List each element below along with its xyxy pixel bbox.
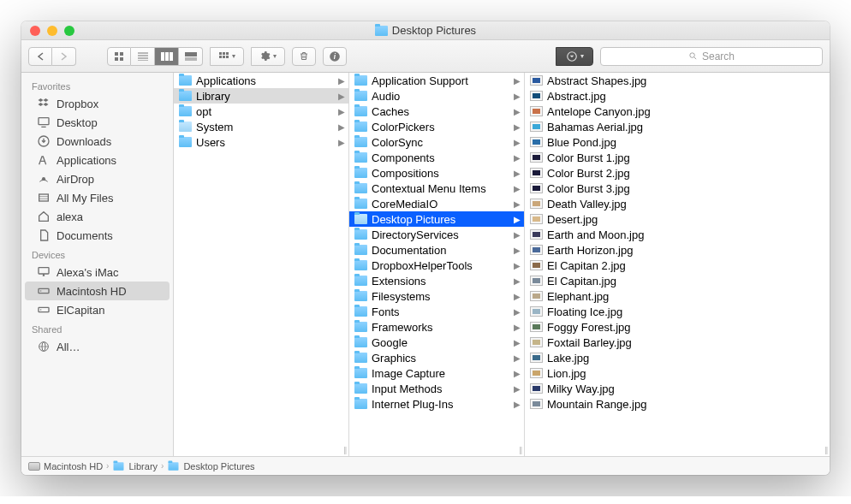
file-row[interactable]: ColorPickers▶ bbox=[349, 119, 524, 134]
get-info-button[interactable]: i bbox=[323, 47, 347, 66]
file-row[interactable]: Desktop Pictures▶ bbox=[349, 211, 524, 227]
icon-view-button[interactable] bbox=[107, 47, 131, 66]
file-row[interactable]: Antelope Canyon.jpg bbox=[525, 104, 830, 119]
file-row[interactable]: opt▶ bbox=[174, 104, 348, 119]
file-row[interactable]: DirectoryServices▶ bbox=[349, 227, 524, 242]
file-row[interactable]: CoreMediaIO▶ bbox=[349, 196, 524, 211]
file-row[interactable]: Mountain Range.jpg bbox=[525, 396, 830, 412]
column: Application Support▶Audio▶Caches▶ColorPi… bbox=[349, 73, 525, 456]
file-row[interactable]: Internet Plug-Ins▶ bbox=[349, 396, 524, 412]
column-resize-handle[interactable]: ‖ bbox=[824, 446, 828, 454]
folder-icon bbox=[354, 168, 367, 178]
svg-rect-0 bbox=[115, 52, 118, 56]
file-row[interactable]: Earth and Moon.jpg bbox=[525, 227, 830, 242]
sidebar-item[interactable]: All My Files bbox=[21, 188, 173, 207]
sidebar-item[interactable]: AirDrop bbox=[21, 169, 173, 188]
folder-icon bbox=[354, 399, 367, 409]
column-resize-handle[interactable]: ‖ bbox=[343, 446, 347, 454]
close-window-button[interactable] bbox=[30, 26, 40, 36]
column-resize-handle[interactable]: ‖ bbox=[519, 446, 522, 454]
sidebar-item-label: Applications bbox=[57, 154, 116, 167]
file-row[interactable]: Foxtail Barley.jpg bbox=[525, 335, 830, 350]
file-label: Components bbox=[372, 151, 435, 164]
file-label: ColorPickers bbox=[372, 121, 435, 133]
path-segment[interactable]: Macintosh HD bbox=[28, 461, 103, 471]
file-row[interactable]: Blue Pond.jpg bbox=[525, 134, 830, 150]
sidebar-item[interactable]: Desktop bbox=[21, 113, 173, 132]
back-button[interactable] bbox=[28, 47, 52, 66]
file-row[interactable]: Caches▶ bbox=[349, 104, 524, 119]
sidebar-item[interactable]: alexa bbox=[21, 207, 173, 226]
sidebar-item[interactable]: Alexa's iMac bbox=[21, 263, 173, 282]
file-row[interactable]: Input Methods▶ bbox=[349, 381, 524, 396]
file-row[interactable]: Floating Ice.jpg bbox=[525, 304, 830, 319]
file-row[interactable]: Extensions▶ bbox=[349, 273, 524, 288]
file-row[interactable]: Lion.jpg bbox=[525, 365, 830, 381]
column-view-button[interactable] bbox=[155, 47, 179, 66]
sidebar-item[interactable]: Dropbox bbox=[21, 94, 173, 113]
file-row[interactable]: Application Support▶ bbox=[349, 73, 524, 88]
file-row[interactable]: Earth Horizon.jpg bbox=[525, 242, 830, 258]
file-row[interactable]: Compositions▶ bbox=[349, 165, 524, 181]
action-button[interactable]: ▾ bbox=[251, 47, 285, 66]
path-segment[interactable]: Library bbox=[112, 461, 158, 471]
globe-icon bbox=[37, 340, 51, 353]
folder-icon bbox=[354, 291, 367, 301]
file-row[interactable]: Abstract Shapes.jpg bbox=[525, 73, 830, 88]
chevron-right-icon: ▶ bbox=[338, 92, 345, 101]
sidebar-section-header: Favorites bbox=[21, 76, 173, 94]
sidebar-item-label: Downloads bbox=[57, 135, 111, 148]
sidebar-item[interactable]: Applications bbox=[21, 151, 173, 169]
file-row[interactable]: System▶ bbox=[174, 119, 348, 134]
file-row[interactable]: Components▶ bbox=[349, 150, 524, 165]
sidebar-item[interactable]: ElCapitan bbox=[21, 300, 173, 319]
sidebar-item[interactable]: Documents bbox=[21, 226, 173, 245]
file-row[interactable]: Bahamas Aerial.jpg bbox=[525, 119, 830, 134]
sidebar-item-label: Dropbox bbox=[57, 98, 98, 110]
file-row[interactable]: DropboxHelperTools▶ bbox=[349, 258, 524, 273]
file-row[interactable]: El Capitan 2.jpg bbox=[525, 258, 830, 273]
file-row[interactable]: Desert.jpg bbox=[525, 211, 830, 227]
file-row[interactable]: Color Burst 1.jpg bbox=[525, 150, 830, 165]
list-view-button[interactable] bbox=[131, 47, 155, 66]
forward-button[interactable] bbox=[52, 47, 76, 66]
file-row[interactable]: Applications▶ bbox=[174, 73, 348, 88]
file-row[interactable]: Color Burst 2.jpg bbox=[525, 165, 830, 181]
file-row[interactable]: Death Valley.jpg bbox=[525, 196, 830, 211]
coverflow-view-button[interactable] bbox=[179, 47, 203, 66]
trash-button[interactable] bbox=[292, 47, 316, 66]
file-row[interactable]: Image Capture▶ bbox=[349, 365, 524, 381]
file-row[interactable]: Library▶ bbox=[174, 88, 348, 104]
file-label: DirectoryServices bbox=[372, 228, 459, 241]
file-row[interactable]: El Capitan.jpg bbox=[525, 273, 830, 288]
dropbox-badge-button[interactable]: ▾ bbox=[556, 47, 593, 66]
file-row[interactable]: Documentation▶ bbox=[349, 242, 524, 258]
file-row[interactable]: Color Burst 3.jpg bbox=[525, 181, 830, 196]
minimize-window-button[interactable] bbox=[47, 26, 57, 36]
file-row[interactable]: Fonts▶ bbox=[349, 304, 524, 319]
file-row[interactable]: Lake.jpg bbox=[525, 350, 830, 365]
file-row[interactable]: Contextual Menu Items▶ bbox=[349, 181, 524, 196]
sidebar-item[interactable]: All… bbox=[21, 337, 173, 356]
path-segment[interactable]: Desktop Pictures bbox=[167, 461, 254, 471]
file-row[interactable]: Abstract.jpg bbox=[525, 88, 830, 104]
file-row[interactable]: Foggy Forest.jpg bbox=[525, 319, 830, 335]
file-row[interactable]: Audio▶ bbox=[349, 88, 524, 104]
file-row[interactable]: Google▶ bbox=[349, 335, 524, 350]
file-row[interactable]: Milky Way.jpg bbox=[525, 381, 830, 396]
file-row[interactable]: Graphics▶ bbox=[349, 350, 524, 365]
file-row[interactable]: Users▶ bbox=[174, 134, 348, 150]
svg-rect-11 bbox=[185, 52, 197, 56]
svg-rect-10 bbox=[170, 52, 173, 61]
file-row[interactable]: Frameworks▶ bbox=[349, 319, 524, 335]
path-label: Desktop Pictures bbox=[183, 461, 254, 471]
search-field[interactable]: Search bbox=[600, 47, 823, 66]
sidebar-item[interactable]: Macintosh HD bbox=[25, 282, 170, 300]
sidebar-item[interactable]: Downloads bbox=[21, 132, 173, 151]
file-label: System bbox=[196, 121, 233, 133]
file-row[interactable]: Filesystems▶ bbox=[349, 288, 524, 304]
file-row[interactable]: ColorSync▶ bbox=[349, 134, 524, 150]
arrange-button[interactable]: ▾ bbox=[210, 47, 244, 66]
zoom-window-button[interactable] bbox=[64, 26, 74, 36]
file-row[interactable]: Elephant.jpg bbox=[525, 288, 830, 304]
